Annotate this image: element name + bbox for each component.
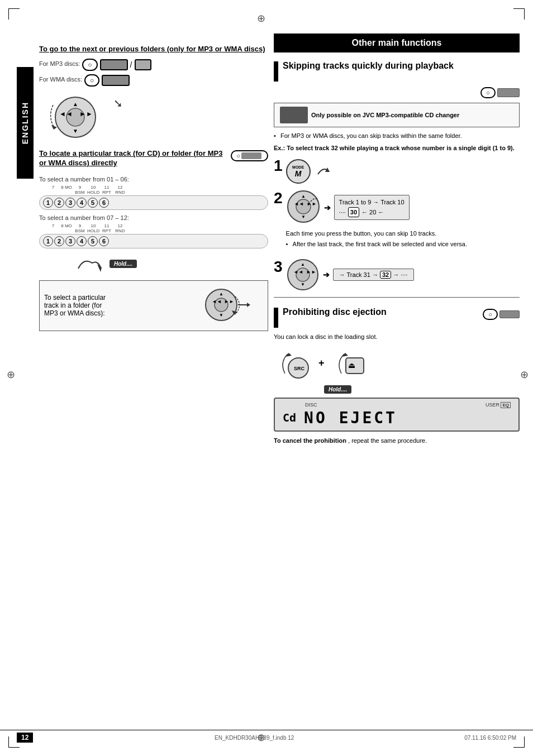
step-1-row: 1 MODE M (274, 157, 520, 184)
svg-text:◄◄: ◄◄ (59, 110, 73, 118)
display-main: Cd NO EJECT (283, 409, 511, 427)
compass-right: ⊕ (520, 369, 529, 381)
track-diagram-line2: ···· 30 ← 20 ← (339, 207, 404, 218)
prohibit-text: You can lock a disc in the loading slot. (274, 333, 520, 340)
num-btn-7[interactable]: 1 (43, 236, 53, 246)
num-labels-row-1: 7 8 MO 9 BSM 10 HOLD 11 RPT 12 RND (39, 185, 268, 195)
hold-illustration: Hold.... (39, 252, 268, 276)
feature-title-row: Skipping tracks quickly during playback (274, 60, 520, 82)
track31-box: → Track 31 → 32 → ···· (333, 269, 414, 281)
step-2-number: 2 (274, 189, 283, 207)
display-user-label: USER EQ (486, 402, 511, 408)
svg-text:▼: ▼ (301, 282, 305, 287)
prohibit-btn-oval[interactable]: ○ (483, 309, 498, 320)
wma-btn2[interactable] (102, 75, 130, 86)
num-btn-11[interactable]: 5 (88, 236, 98, 246)
svg-marker-15 (247, 303, 250, 307)
hold-label-prohibit: Hold.... (324, 385, 520, 393)
track-diagram-line1: Track 1 to 9 → Track 10 (339, 198, 404, 207)
ex-text: To select track 32 while playing a track… (287, 145, 515, 151)
num-btn-12[interactable]: 6 (99, 236, 109, 246)
step-1-content: MODE M (286, 157, 520, 184)
svg-text:▼: ▼ (73, 128, 78, 134)
locate-btn[interactable]: ○ (231, 150, 268, 161)
display-box: DISC USER EQ Cd NO EJECT (274, 398, 520, 432)
hold-btn-2[interactable]: Hold.... (324, 385, 351, 394)
display-text: NO EJECT (304, 409, 397, 427)
prohibit-btn-rect[interactable] (499, 310, 520, 318)
note-text: Only possible on JVC MP3-compatible CD c… (311, 112, 459, 118)
section-folders: To go to the next or previous folders (o… (39, 45, 268, 141)
mp3-btn1[interactable]: ○ (82, 59, 97, 71)
num-buttons-1: 1 2 3 4 5 6 (39, 195, 268, 210)
compass-top: ⊕ (257, 12, 265, 25)
prohibit-title-row: Prohibiting disc ejection ○ (274, 307, 520, 328)
mp3-slash: / (130, 60, 132, 69)
mp3-label: For MP3 discs: (39, 60, 80, 67)
svg-marker-6 (51, 125, 57, 130)
num-btn-10[interactable]: 4 (77, 236, 87, 246)
mode-button[interactable]: MODE M (286, 159, 311, 184)
num-btn-5[interactable]: 5 (88, 198, 98, 208)
mp3-btn2[interactable] (100, 59, 128, 70)
ex-row: Ex.: To select track 32 while playing a … (274, 145, 520, 151)
step3-dial: ◄◄ ►► ▲ ▼ (286, 258, 320, 291)
svg-text:▲: ▲ (73, 101, 78, 107)
step-2-content: ◄◄ ►► ▲ ▼ ➔ (286, 189, 520, 252)
prohibit-title-text: Prohibiting disc ejection (283, 307, 387, 317)
plus-sign: + (318, 357, 325, 369)
note-icon (280, 107, 308, 123)
num-btn-4[interactable]: 4 (77, 198, 87, 208)
wma-btn1[interactable]: ○ (84, 74, 99, 87)
feature-title-bar (274, 61, 278, 82)
step-3-number: 3 (274, 258, 283, 276)
cancel-bold: To cancel the prohibition (274, 437, 346, 444)
num-labels-row-2: 7 8 MO 9 BSM 10 HOLD 11 RPT 12 RND (39, 223, 268, 233)
src-eject-row: SRC + ⏏ (274, 346, 520, 381)
folders-title: To go to the next or previous folders (o… (39, 45, 268, 54)
bullet-2: After the last track, the first track wi… (286, 240, 520, 248)
svg-text:►►: ►► (79, 110, 93, 118)
num-btn-1[interactable]: 1 (43, 198, 53, 208)
display-disc-label: DISC (305, 402, 317, 408)
num-group-2: 7 8 MO 9 BSM 10 HOLD 11 RPT 12 RND 1 2 3… (39, 223, 268, 248)
select-01-06-label: To select a number from 01 – 06: (39, 176, 268, 183)
num-btn-9[interactable]: 3 (65, 236, 75, 246)
eject-btn-container: ⏏ (330, 346, 369, 381)
note-box: Only possible on JVC MP3-compatible CD c… (274, 103, 520, 127)
left-column: To go to the next or previous folders (o… (39, 45, 268, 331)
footer-file: EN_KDHDR30AHD39_f.indb 12 (44, 735, 464, 741)
folder-dial-illustration: ◄◄ ►► ▲ ▼ (202, 285, 263, 326)
num-btn-8[interactable]: 2 (54, 236, 64, 246)
svg-text:◄◄: ◄◄ (212, 299, 222, 304)
hold-btn-1[interactable]: Hold.... (110, 260, 137, 268)
locate-title: To locate a particular track (for CD) or… (39, 149, 226, 168)
sidebar-label: ENGLISH (21, 102, 30, 144)
svg-marker-32 (341, 353, 348, 357)
num-btn-6[interactable]: 6 (99, 198, 109, 208)
step2-arrow: ➔ (324, 203, 331, 212)
track-diagram-box: Track 1 to 9 → Track 10 ···· 30 ← 20 ← (334, 195, 410, 220)
folder-box: To select a particular track in a folder… (39, 280, 268, 331)
right-column: Other main functions Skipping tracks qui… (274, 34, 520, 444)
cancel-rest: , repeat the same procedure. (348, 437, 427, 444)
skip-btn-oval[interactable]: ○ (480, 87, 496, 98)
skipping-section: Skipping tracks quickly during playback … (274, 60, 520, 291)
main-functions-header: Other main functions (274, 34, 520, 52)
num-btn-3[interactable]: 3 (65, 198, 75, 208)
corner-tr (513, 8, 525, 20)
svg-text:◄◄: ◄◄ (293, 269, 303, 275)
svg-text:▼: ▼ (219, 313, 223, 318)
num-btn-2[interactable]: 2 (54, 198, 64, 208)
wma-discs-row: For WMA discs: ○ (39, 74, 268, 87)
svg-text:⏏: ⏏ (348, 361, 355, 370)
skip-btn-rect[interactable] (497, 88, 520, 97)
bullet-1: For MP3 or WMA discs, you can skip track… (274, 132, 520, 140)
skip-btn-row: ○ (274, 87, 520, 98)
num-buttons-2: 1 2 3 4 5 6 (39, 234, 268, 248)
select-07-12-label: To select a number from 07 – 12: (39, 214, 268, 221)
corner-tl (8, 8, 20, 20)
mp3-btn3[interactable] (135, 59, 151, 70)
src-btn-container: SRC (274, 346, 313, 381)
display-cd: Cd (283, 411, 296, 424)
